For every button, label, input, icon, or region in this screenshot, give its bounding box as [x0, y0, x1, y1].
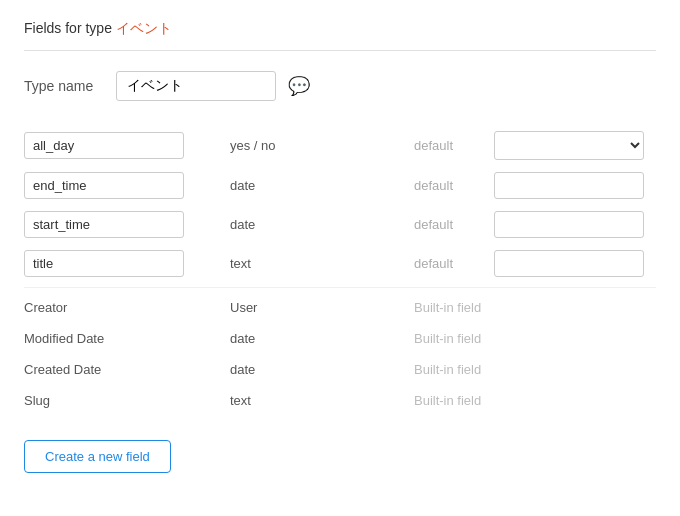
field-default-label: default — [414, 256, 494, 271]
page-title: Fields for type イベント — [24, 20, 172, 36]
page-title-prefix: Fields for type — [24, 20, 116, 36]
create-new-field-button[interactable]: Create a new field — [24, 440, 171, 473]
field-name-input[interactable] — [24, 211, 184, 238]
field-default-input[interactable] — [494, 172, 644, 199]
fields-section: yes / nodefaultdatedefaultdatedefaulttex… — [24, 125, 656, 416]
type-name-label: Type name — [24, 78, 104, 94]
custom-field-row: textdefault — [24, 244, 656, 283]
builtin-field-type: date — [214, 362, 414, 377]
page-header: Fields for type イベント — [24, 20, 656, 51]
field-default-label: default — [414, 138, 494, 153]
custom-field-row: datedefault — [24, 205, 656, 244]
custom-field-row: yes / nodefault — [24, 125, 656, 166]
builtin-field-badge: Built-in field — [414, 300, 481, 315]
builtin-fields-container: CreatorUserBuilt-in fieldModified Dateda… — [24, 292, 656, 416]
field-default-label: default — [414, 217, 494, 232]
field-name-cell — [24, 250, 214, 277]
builtin-field-row: SlugtextBuilt-in field — [24, 385, 656, 416]
page-title-type: イベント — [116, 20, 172, 36]
field-default-select[interactable] — [494, 131, 644, 160]
field-type-cell: date — [214, 178, 414, 193]
builtin-field-name: Slug — [24, 393, 214, 408]
builtin-field-badge: Built-in field — [414, 393, 481, 408]
builtin-field-type: User — [214, 300, 414, 315]
field-name-input[interactable] — [24, 172, 184, 199]
field-default-label: default — [414, 178, 494, 193]
section-divider — [24, 287, 656, 288]
field-name-input[interactable] — [24, 250, 184, 277]
comment-icon[interactable]: 💬 — [288, 75, 310, 97]
field-name-cell — [24, 211, 214, 238]
field-name-cell — [24, 172, 214, 199]
builtin-field-row: Created DatedateBuilt-in field — [24, 354, 656, 385]
builtin-field-name: Created Date — [24, 362, 214, 377]
type-name-row: Type name 💬 — [24, 71, 656, 101]
field-name-input[interactable] — [24, 132, 184, 159]
builtin-field-badge: Built-in field — [414, 362, 481, 377]
field-default-input[interactable] — [494, 250, 644, 277]
field-name-cell — [24, 132, 214, 159]
builtin-field-name: Creator — [24, 300, 214, 315]
field-type-cell: text — [214, 256, 414, 271]
builtin-field-type: text — [214, 393, 414, 408]
field-default-input[interactable] — [494, 211, 644, 238]
builtin-field-name: Modified Date — [24, 331, 214, 346]
custom-fields-container: yes / nodefaultdatedefaultdatedefaulttex… — [24, 125, 656, 283]
builtin-field-type: date — [214, 331, 414, 346]
builtin-field-row: CreatorUserBuilt-in field — [24, 292, 656, 323]
custom-field-row: datedefault — [24, 166, 656, 205]
field-type-cell: yes / no — [214, 138, 414, 153]
builtin-field-badge: Built-in field — [414, 331, 481, 346]
page-container: Fields for type イベント Type name 💬 yes / n… — [0, 0, 680, 493]
field-type-cell: date — [214, 217, 414, 232]
type-name-input[interactable] — [116, 71, 276, 101]
builtin-field-row: Modified DatedateBuilt-in field — [24, 323, 656, 354]
